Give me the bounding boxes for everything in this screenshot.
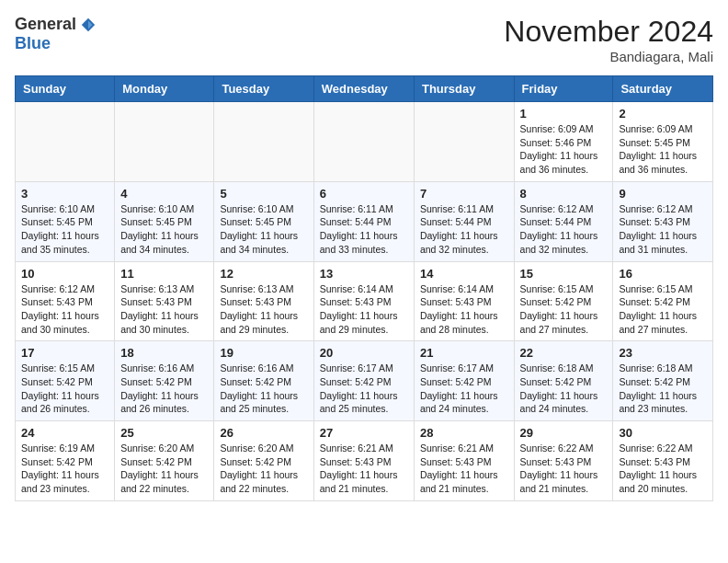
day-info: Sunrise: 6:18 AM Sunset: 5:42 PM Dayligh… [619,362,707,416]
calendar-cell: 14Sunrise: 6:14 AM Sunset: 5:43 PM Dayli… [414,261,514,341]
day-info: Sunrise: 6:21 AM Sunset: 5:43 PM Dayligh… [420,442,508,496]
calendar-week-4: 17Sunrise: 6:15 AM Sunset: 5:42 PM Dayli… [16,341,713,421]
day-number: 25 [120,426,208,440]
day-info: Sunrise: 6:17 AM Sunset: 5:42 PM Dayligh… [320,362,408,416]
day-info: Sunrise: 6:22 AM Sunset: 5:43 PM Dayligh… [520,442,608,496]
calendar-header-row: SundayMondayTuesdayWednesdayThursdayFrid… [16,76,713,102]
logo-blue-text: Blue [15,34,51,53]
weekday-header-monday: Monday [115,76,214,102]
logo-icon [80,17,97,33]
day-number: 15 [520,267,608,281]
day-number: 29 [520,426,608,440]
calendar-cell: 10Sunrise: 6:12 AM Sunset: 5:43 PM Dayli… [16,261,115,341]
day-number: 17 [21,346,108,360]
day-info: Sunrise: 6:10 AM Sunset: 5:45 PM Dayligh… [120,202,208,257]
day-info: Sunrise: 6:14 AM Sunset: 5:43 PM Dayligh… [420,282,508,337]
day-number: 12 [220,267,307,281]
calendar-week-2: 3Sunrise: 6:10 AM Sunset: 5:45 PM Daylig… [16,181,713,261]
title-section: November 2024 Bandiagara, Mali [504,15,713,64]
day-info: Sunrise: 6:11 AM Sunset: 5:44 PM Dayligh… [420,202,508,257]
day-info: Sunrise: 6:13 AM Sunset: 5:43 PM Dayligh… [120,282,208,337]
day-number: 11 [120,267,208,281]
day-number: 4 [120,187,208,201]
day-number: 26 [220,426,307,440]
calendar-cell: 26Sunrise: 6:20 AM Sunset: 5:42 PM Dayli… [214,421,313,501]
day-info: Sunrise: 6:15 AM Sunset: 5:42 PM Dayligh… [520,282,608,337]
calendar-week-3: 10Sunrise: 6:12 AM Sunset: 5:43 PM Dayli… [16,261,713,341]
day-number: 1 [520,107,608,121]
calendar-cell: 1Sunrise: 6:09 AM Sunset: 5:46 PM Daylig… [514,102,613,182]
day-number: 10 [21,267,108,281]
day-number: 28 [420,426,508,440]
calendar-cell: 5Sunrise: 6:10 AM Sunset: 5:45 PM Daylig… [214,181,313,261]
day-info: Sunrise: 6:21 AM Sunset: 5:43 PM Dayligh… [320,442,408,496]
weekday-header-tuesday: Tuesday [214,76,313,102]
day-info: Sunrise: 6:11 AM Sunset: 5:44 PM Dayligh… [320,202,408,257]
day-info: Sunrise: 6:19 AM Sunset: 5:42 PM Dayligh… [21,442,108,496]
day-number: 7 [420,187,508,201]
day-number: 13 [320,267,408,281]
calendar-cell: 15Sunrise: 6:15 AM Sunset: 5:42 PM Dayli… [514,261,613,341]
calendar-cell: 19Sunrise: 6:16 AM Sunset: 5:42 PM Dayli… [214,341,313,421]
day-number: 2 [619,107,707,121]
day-info: Sunrise: 6:12 AM Sunset: 5:43 PM Dayligh… [619,202,707,257]
calendar-cell: 9Sunrise: 6:12 AM Sunset: 5:43 PM Daylig… [613,181,713,261]
day-number: 19 [220,346,307,360]
weekday-header-wednesday: Wednesday [313,76,414,102]
calendar-cell: 4Sunrise: 6:10 AM Sunset: 5:45 PM Daylig… [115,181,214,261]
day-info: Sunrise: 6:16 AM Sunset: 5:42 PM Dayligh… [220,362,307,416]
calendar-cell: 21Sunrise: 6:17 AM Sunset: 5:42 PM Dayli… [414,341,514,421]
day-number: 14 [420,267,508,281]
calendar-cell: 12Sunrise: 6:13 AM Sunset: 5:43 PM Dayli… [214,261,313,341]
day-info: Sunrise: 6:10 AM Sunset: 5:45 PM Dayligh… [21,202,108,257]
calendar-week-5: 24Sunrise: 6:19 AM Sunset: 5:42 PM Dayli… [16,421,713,501]
logo: General Blue [15,15,97,53]
calendar-cell [313,102,414,182]
day-number: 3 [21,187,108,201]
calendar-cell: 30Sunrise: 6:22 AM Sunset: 5:43 PM Dayli… [613,421,713,501]
day-info: Sunrise: 6:10 AM Sunset: 5:45 PM Dayligh… [220,202,307,257]
day-number: 22 [520,346,608,360]
calendar-cell: 11Sunrise: 6:13 AM Sunset: 5:43 PM Dayli… [115,261,214,341]
day-info: Sunrise: 6:12 AM Sunset: 5:44 PM Dayligh… [520,202,608,257]
calendar-cell: 7Sunrise: 6:11 AM Sunset: 5:44 PM Daylig… [414,181,514,261]
day-info: Sunrise: 6:09 AM Sunset: 5:45 PM Dayligh… [619,122,707,177]
calendar-cell: 6Sunrise: 6:11 AM Sunset: 5:44 PM Daylig… [313,181,414,261]
day-info: Sunrise: 6:18 AM Sunset: 5:42 PM Dayligh… [520,362,608,416]
calendar-cell: 2Sunrise: 6:09 AM Sunset: 5:45 PM Daylig… [613,102,713,182]
calendar-cell: 24Sunrise: 6:19 AM Sunset: 5:42 PM Dayli… [16,421,115,501]
day-info: Sunrise: 6:16 AM Sunset: 5:42 PM Dayligh… [120,362,208,416]
weekday-header-saturday: Saturday [613,76,713,102]
day-number: 8 [520,187,608,201]
calendar-cell: 29Sunrise: 6:22 AM Sunset: 5:43 PM Dayli… [514,421,613,501]
calendar-week-1: 1Sunrise: 6:09 AM Sunset: 5:46 PM Daylig… [16,102,713,182]
day-info: Sunrise: 6:22 AM Sunset: 5:43 PM Dayligh… [619,442,707,496]
calendar-cell: 20Sunrise: 6:17 AM Sunset: 5:42 PM Dayli… [313,341,414,421]
calendar-cell: 28Sunrise: 6:21 AM Sunset: 5:43 PM Dayli… [414,421,514,501]
day-number: 24 [21,426,108,440]
day-number: 23 [619,346,707,360]
day-info: Sunrise: 6:17 AM Sunset: 5:42 PM Dayligh… [420,362,508,416]
calendar-cell: 23Sunrise: 6:18 AM Sunset: 5:42 PM Dayli… [613,341,713,421]
day-info: Sunrise: 6:20 AM Sunset: 5:42 PM Dayligh… [120,442,208,496]
calendar-cell [414,102,514,182]
calendar-cell: 18Sunrise: 6:16 AM Sunset: 5:42 PM Dayli… [115,341,214,421]
day-number: 30 [619,426,707,440]
calendar-cell [16,102,115,182]
day-info: Sunrise: 6:20 AM Sunset: 5:42 PM Dayligh… [220,442,307,496]
logo-general-text: General [15,15,76,34]
calendar-cell: 13Sunrise: 6:14 AM Sunset: 5:43 PM Dayli… [313,261,414,341]
day-number: 9 [619,187,707,201]
weekday-header-thursday: Thursday [414,76,514,102]
month-title: November 2024 [504,15,713,49]
day-info: Sunrise: 6:15 AM Sunset: 5:42 PM Dayligh… [21,362,108,416]
day-number: 6 [320,187,408,201]
weekday-header-friday: Friday [514,76,613,102]
calendar-table: SundayMondayTuesdayWednesdayThursdayFrid… [15,75,713,501]
day-number: 27 [320,426,408,440]
page-header: General Blue November 2024 Bandiagara, M… [15,15,713,64]
location-title: Bandiagara, Mali [504,49,713,64]
calendar-cell: 16Sunrise: 6:15 AM Sunset: 5:42 PM Dayli… [613,261,713,341]
day-number: 20 [320,346,408,360]
weekday-header-sunday: Sunday [16,76,115,102]
